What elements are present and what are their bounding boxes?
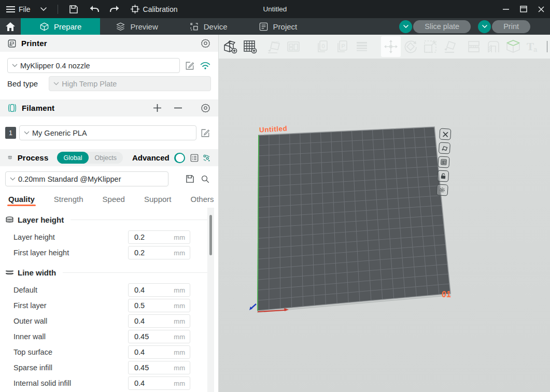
group-divider [63, 272, 211, 273]
tab-speed[interactable]: Speed [103, 195, 125, 208]
auto-orient-button[interactable]: AUTO [264, 36, 284, 57]
process-preset-select[interactable]: 0.20mm Standard @MyKlipper [5, 171, 168, 186]
print-button[interactable]: Print [492, 20, 530, 33]
internal-solid-infill-line-width-input[interactable]: 0.4 mm [128, 376, 190, 390]
compare-presets-button[interactable] [202, 152, 211, 164]
split-to-objects-button[interactable]: 0 [313, 36, 332, 57]
slice-options-button[interactable] [399, 20, 412, 33]
edit-filament-preset-button[interactable] [200, 127, 211, 139]
inner-wall-line-width-input[interactable]: 0.45 mm [128, 330, 190, 343]
delete-plate-button[interactable] [439, 128, 451, 140]
filament-preset-select[interactable]: My Generic PLA [19, 125, 196, 140]
advanced-toggle[interactable] [174, 153, 185, 163]
cut-tool-button[interactable] [464, 36, 484, 57]
bed-type-select[interactable]: High Temp Plate [49, 76, 211, 91]
filament-settings-button[interactable] [200, 103, 211, 114]
home-button[interactable] [0, 18, 21, 35]
lay-on-face-icon [442, 39, 458, 54]
printer-section-header: Printer [0, 35, 218, 52]
remove-filament-button[interactable] [172, 103, 184, 114]
edit-printer-preset-button[interactable] [184, 60, 195, 71]
scale-tool-button[interactable] [420, 36, 440, 57]
split-to-objects-icon: 0 [315, 39, 330, 54]
group-title: Line width [18, 268, 56, 277]
filament-slot-badge[interactable]: 1 [5, 127, 16, 139]
arrange-button[interactable] [284, 36, 303, 57]
scope-objects-button[interactable]: Objects [89, 152, 123, 164]
save-button[interactable] [63, 0, 84, 18]
parameter-table-button[interactable] [190, 152, 199, 164]
text-shape-button[interactable]: Ta [523, 36, 543, 57]
lay-on-face-button[interactable] [440, 36, 460, 57]
line-width-group-icon [5, 269, 14, 276]
tab-others[interactable]: Others [191, 195, 214, 208]
plate-settings-button[interactable] [436, 184, 448, 196]
build-plate-3d[interactable] [219, 59, 550, 391]
minimize-button[interactable] [497, 0, 515, 18]
printer-connection-button[interactable] [200, 60, 211, 71]
scope-global-button[interactable]: Global [57, 152, 88, 164]
chevron-down-icon [403, 25, 408, 28]
setting-value: 0.5 [129, 301, 174, 310]
maximize-button[interactable] [515, 0, 532, 18]
search-settings-button[interactable] [200, 173, 211, 185]
close-button[interactable] [532, 0, 550, 18]
file-menu[interactable]: File [0, 0, 35, 18]
first-layer-line-width-input[interactable]: 0.5 mm [128, 299, 190, 312]
file-dropdown-button[interactable] [35, 0, 52, 18]
sparse-infill-line-width-input[interactable]: 0.45 mm [128, 361, 190, 374]
outer-wall-line-width-input[interactable]: 0.4 mm [128, 314, 190, 328]
setting-value: 0.45 [129, 332, 174, 341]
tab-support[interactable]: Support [144, 195, 172, 208]
setting-unit: mm [174, 249, 190, 257]
arrange-icon [286, 39, 301, 54]
add-plate-button[interactable] [240, 36, 260, 57]
setting-value: 0.4 [129, 379, 174, 387]
add-object-button[interactable] [220, 36, 240, 57]
arrange-plate-button[interactable] [438, 156, 449, 168]
top-surface-line-width-input[interactable]: 0.4 mm [128, 345, 190, 359]
group-divider [70, 220, 211, 220]
tab-device[interactable]: Device [174, 18, 243, 35]
redo-button[interactable] [105, 0, 125, 18]
svg-text:AUTO: AUTO [273, 41, 279, 44]
save-preset-button[interactable] [184, 173, 195, 185]
chevron-down-icon [12, 64, 18, 67]
color-painting-button[interactable] [503, 36, 523, 57]
viewport-canvas[interactable]: Untitled 01 [219, 59, 550, 392]
setting-label: Internal solid infill [13, 379, 71, 387]
line-width-group-header: Line width [0, 266, 218, 279]
tab-project[interactable]: Project [243, 18, 313, 35]
first-layer-height-input[interactable]: 0.2 mm [128, 246, 190, 259]
print-options-button[interactable] [478, 20, 491, 33]
move-tool-button[interactable] [381, 36, 401, 57]
tab-strength[interactable]: Strength [54, 195, 83, 208]
tab-preview[interactable]: Preview [100, 18, 173, 35]
printer-preset-select[interactable]: MyKlipper 0.4 nozzle [7, 58, 180, 73]
wifi-icon [200, 62, 210, 70]
slice-plate-button[interactable]: Slice plate [413, 20, 471, 33]
setting-row-outer-wall: Outer wall 0.4 mm [0, 313, 218, 329]
tab-device-label: Device [204, 22, 228, 31]
support-painting-button[interactable] [484, 36, 503, 57]
printer-settings-button[interactable] [200, 38, 211, 49]
printer-preset-value: MyKlipper 0.4 nozzle [20, 62, 90, 70]
settings-scrollbar-track[interactable] [207, 208, 214, 392]
split-to-parts-button[interactable]: P [332, 36, 352, 57]
add-filament-button[interactable] [151, 103, 163, 114]
default-line-width-input[interactable]: 0.4 mm [128, 283, 190, 297]
tab-quality[interactable]: Quality [8, 195, 35, 208]
tab-prepare[interactable]: Prepare [21, 18, 100, 35]
calibration-button[interactable]: Calibration [125, 0, 183, 18]
undo-button[interactable] [84, 0, 105, 18]
settings-panel: Layer height Layer height 0.2 mm First l… [0, 208, 218, 392]
save-preset-icon [186, 175, 194, 183]
variable-layer-height-button[interactable] [352, 36, 372, 57]
lock-plate-button[interactable] [437, 170, 449, 182]
layer-height-input[interactable]: 0.2 mm [128, 230, 190, 244]
calibration-label: Calibration [143, 5, 178, 13]
setting-unit: mm [174, 380, 190, 387]
orient-plate-button[interactable] [439, 142, 450, 154]
settings-scrollbar-thumb[interactable] [209, 215, 212, 255]
rotate-tool-button[interactable] [401, 36, 420, 57]
